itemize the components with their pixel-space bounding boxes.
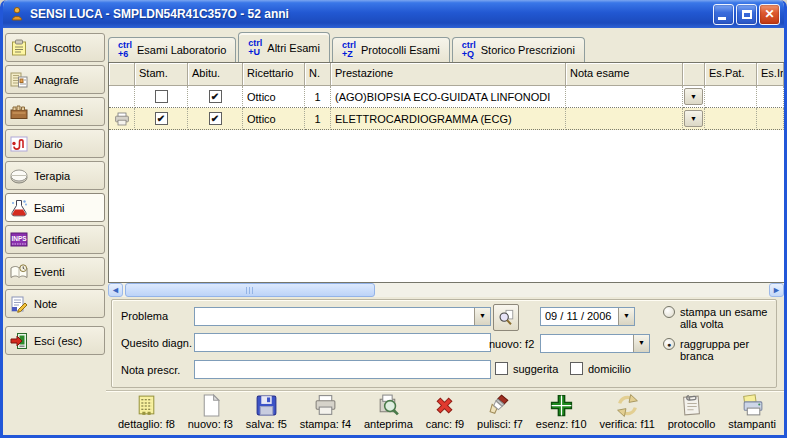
abitu-checkbox[interactable]: ✔ [209,112,222,125]
sidebar-item-label: Anagrafe [34,74,79,86]
chevron-down-icon[interactable]: ▼ [618,308,634,325]
pulisci-button[interactable]: pulisci: f7 [477,393,523,430]
stampanti-button[interactable]: stampanti [728,393,776,430]
scroll-right-button[interactable]: ► [769,283,784,297]
es-pat-cell [705,108,757,130]
tab-shortcut: ctrl+Q [462,41,476,59]
toolbar-label: stampanti [728,418,776,430]
tab-esami-laboratorio[interactable]: ctrl+6 Esami Laboratorio [108,37,236,62]
stam-checkbox[interactable] [155,90,168,103]
sidebar-item-esami[interactable]: Esami [5,193,105,222]
sidebar-item-anagrafe[interactable]: Anagrafe [5,65,105,94]
scroll-left-button[interactable]: ◄ [108,283,123,297]
nuovo-combo[interactable]: ▼ [540,334,650,353]
checkmark: ✔ [211,114,219,124]
tab-altri-esami[interactable]: ctrl+U Altri Esami [238,32,330,62]
es-ir-cell [757,108,784,130]
nota-prescr-label: Nota prescr. [121,364,180,376]
tab-storico-prescrizioni[interactable]: ctrl+Q Storico Prescrizioni [452,37,585,62]
sidebar-item-label: Esami [34,202,65,214]
problema-combo[interactable]: ▼ [194,307,491,326]
table-row-selected[interactable]: ✔ ✔ Ottico 1 ELETTROCARDIOGRAMMA (ECG) ▼ [109,108,784,130]
row-status-cell [109,86,135,108]
header-es-ir[interactable]: Es.Ir [757,63,784,86]
nota-dropdown-button[interactable]: ▼ [684,88,703,105]
header-n[interactable]: N. [305,63,331,86]
stam-checkbox[interactable]: ✔ [155,112,168,125]
canc-button[interactable]: canc: f9 [426,393,465,430]
checkbox-label: domicilio [588,363,631,375]
nuovo-button[interactable]: nuovo: f3 [188,393,233,430]
sidebar-item-esci[interactable]: Esci (esc) [5,326,105,355]
esenz-button[interactable]: esenz: f10 [536,393,587,430]
header-prestazione[interactable]: Prestazione [331,63,566,86]
minimize-button[interactable] [713,4,734,25]
chevron-down-icon[interactable]: ▼ [633,335,649,352]
header-ricettario[interactable]: Ricettario [243,63,305,86]
sidebar-item-eventi[interactable]: Eventi [5,257,105,286]
print-preview-icon [376,393,401,418]
header-nota-esame[interactable]: Nota esame [566,63,683,86]
radio-raggruppa-per-branca[interactable]: ● raggruppa per branca [663,338,779,362]
exams-table: Stam. Abitu. Ricettario N. Prestazione N… [108,62,784,283]
exit-icon [9,331,29,351]
details-icon [134,393,159,418]
close-button[interactable]: ✕ [759,4,780,25]
exemption-cross-icon [549,393,574,418]
toolbar-label: stampa: f4 [300,418,351,430]
anteprima-button[interactable]: anteprima [364,393,413,430]
dettaglio-button[interactable]: dettaglio: f8 [118,393,175,430]
protocol-clip-icon [679,393,704,418]
header-es-pat[interactable]: Es.Pat. [705,63,757,86]
abitu-checkbox[interactable]: ✔ [209,90,222,103]
protocollo-button[interactable]: protocollo [668,393,716,430]
sidebar-item-diario[interactable]: Diario [5,129,105,158]
header-dropdown-column[interactable] [683,63,705,86]
checkbox-domicilio[interactable]: domicilio [570,362,631,375]
header-icon-column[interactable] [109,63,135,86]
verify-arrows-icon [615,393,640,418]
scrollbar-thumb[interactable] [125,283,375,297]
table-row[interactable]: ✔ Ottico 1 (AGO)BIOPSIA ECO-GUIDATA LINF… [109,86,784,108]
sidebar-item-anamnesi[interactable]: Anamnesi [5,97,105,126]
tab-protocolli-esami[interactable]: ctrl+Z Protocolli Esami [332,37,450,62]
header-abitu[interactable]: Abitu. [188,63,243,86]
nota-prescr-input[interactable] [194,360,491,379]
stam-cell: ✔ [135,108,188,130]
stampa-button[interactable]: stampa: f4 [300,393,351,430]
sidebar-item-label: Cruscotto [34,42,81,54]
table-header-row: Stam. Abitu. Ricettario N. Prestazione N… [109,63,784,86]
salva-button[interactable]: salva: f5 [246,393,287,430]
abitu-cell: ✔ [188,86,243,108]
maximize-button[interactable] [736,4,757,25]
verifica-button[interactable]: verifica: f11 [599,393,654,430]
radio-stampa-un-esame[interactable]: stampa un esame alla volta [663,306,775,330]
nota-dropdown-button[interactable]: ▼ [684,110,703,127]
application-window: SENSI LUCA - SMPLDN54R41C357O - 52 anni … [0,0,787,438]
sidebar-item-terapia[interactable]: Terapia [5,161,105,190]
radio-label: raggruppa per branca [680,338,779,362]
checkbox-suggerita[interactable]: suggerita [495,362,558,375]
search-button[interactable] [493,304,519,331]
printer-icon [114,112,130,126]
sidebar-item-note[interactable]: Note [5,289,105,318]
inps-icon: INPS [9,230,29,250]
date-picker[interactable]: 09 / 11 / 2006 ▼ [540,307,635,326]
checkmark: ✔ [211,92,219,102]
new-document-icon [198,393,223,418]
tab-label: Esami Laboratorio [137,44,226,56]
sidebar-item-label: Eventi [34,266,65,278]
sidebar-item-cruscotto[interactable]: Cruscotto [5,33,105,62]
header-stam[interactable]: Stam. [135,63,188,86]
row-status-cell [109,108,135,130]
nota-dropdown-cell: ▼ [683,108,705,130]
prestazione-cell: ELETTROCARDIOGRAMMA (ECG) [331,108,566,130]
sidebar-item-label: Diario [34,138,63,150]
abitu-cell: ✔ [188,108,243,130]
quesito-input[interactable] [194,333,491,352]
chevron-down-icon[interactable]: ▼ [474,308,490,325]
sidebar-item-certificati[interactable]: INPS Certificati [5,225,105,254]
radio-label: stampa un esame alla volta [680,306,775,330]
book-clock-icon [9,262,29,282]
horizontal-scrollbar[interactable]: ◄ ► [108,283,784,297]
